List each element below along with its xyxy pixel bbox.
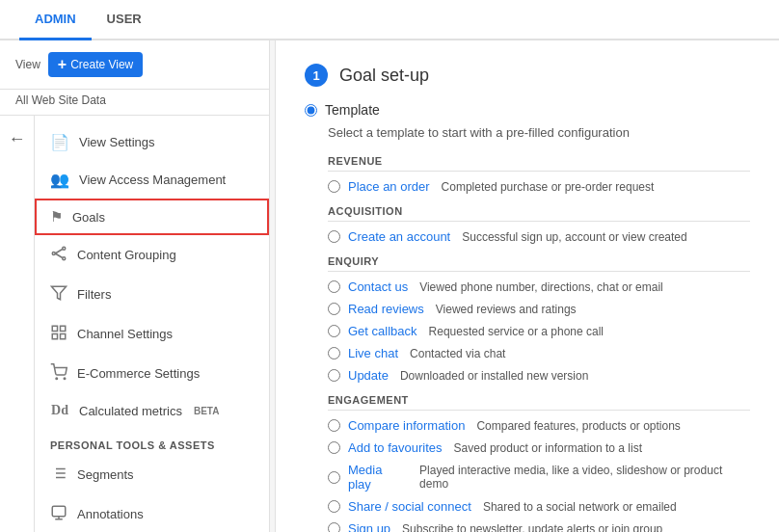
goal-live-chat: Live chat Contacted via chat bbox=[328, 346, 750, 360]
category-revenue: REVENUE Place an order Completed purchas… bbox=[328, 155, 750, 194]
grid-icon bbox=[50, 324, 67, 344]
svg-point-11 bbox=[64, 378, 66, 380]
goal-name[interactable]: Media play bbox=[348, 463, 408, 492]
category-label-enquiry: ENQUIRY bbox=[328, 255, 750, 272]
goal-desc: Requested service or a phone call bbox=[429, 325, 604, 338]
sidebar-item-label: Filters bbox=[77, 287, 111, 302]
segments-icon bbox=[50, 465, 67, 485]
sidebar-item-channel-settings[interactable]: Channel Settings bbox=[35, 314, 269, 354]
svg-rect-9 bbox=[61, 334, 66, 339]
svg-point-10 bbox=[56, 378, 58, 380]
goal-desc: Successful sign up, account or view crea… bbox=[462, 230, 686, 244]
flag-icon: ⚑ bbox=[50, 208, 63, 226]
goal-place-order-radio[interactable] bbox=[328, 180, 340, 193]
sidebar-item-segments[interactable]: Segments bbox=[35, 455, 269, 494]
people-icon: 👥 bbox=[50, 171, 69, 189]
top-nav: ADMIN USER bbox=[0, 0, 779, 40]
goal-contact-us: Contact us Viewed phone number, directio… bbox=[328, 279, 750, 294]
goal-get-callback-radio[interactable] bbox=[328, 325, 340, 337]
svg-point-1 bbox=[63, 247, 66, 250]
svg-line-4 bbox=[55, 253, 63, 258]
goal-sign-up-radio[interactable] bbox=[328, 522, 340, 532]
goal-compare-information-radio[interactable] bbox=[328, 419, 340, 432]
sidebar-item-content-grouping[interactable]: Content Grouping bbox=[35, 235, 269, 275]
sidebar-item-filters[interactable]: Filters bbox=[35, 275, 269, 314]
svg-marker-5 bbox=[52, 286, 67, 300]
goal-name[interactable]: Get callback bbox=[348, 324, 417, 338]
category-label-engagement: ENGAGEMENT bbox=[328, 394, 750, 411]
goal-name[interactable]: Live chat bbox=[348, 346, 398, 360]
goal-share-social: Share / social connect Shared to a socia… bbox=[328, 499, 750, 514]
goal-read-reviews-radio[interactable] bbox=[328, 303, 340, 315]
sidebar-item-label: Segments bbox=[77, 467, 134, 482]
sidebar-item-view-settings[interactable]: 📄 View Settings bbox=[35, 123, 269, 161]
goal-desc: Viewed phone number, directions, chat or… bbox=[419, 280, 663, 294]
tab-user[interactable]: USER bbox=[92, 0, 157, 39]
goal-media-play: Media play Played interactive media, lik… bbox=[328, 463, 750, 492]
goal-name[interactable]: Compare information bbox=[348, 418, 465, 433]
goal-update-radio[interactable] bbox=[328, 369, 340, 382]
goal-name[interactable]: Read reviews bbox=[348, 302, 424, 316]
site-name: All Web Site Data bbox=[0, 90, 269, 116]
step-title: Goal set-up bbox=[339, 66, 429, 86]
goal-desc: Played interactive media, like a video, … bbox=[419, 464, 750, 491]
annotations-icon bbox=[50, 504, 67, 524]
goal-live-chat-radio[interactable] bbox=[328, 347, 340, 359]
dd-icon: Dd bbox=[50, 403, 69, 418]
goal-name[interactable]: Contact us bbox=[348, 279, 408, 294]
step-circle: 1 bbox=[305, 64, 328, 87]
category-enquiry: ENQUIRY Contact us Viewed phone number, … bbox=[328, 255, 750, 383]
svg-point-2 bbox=[63, 257, 66, 260]
sidebar-item-label: E-Commerce Settings bbox=[77, 366, 200, 381]
goal-create-account-radio[interactable] bbox=[328, 230, 340, 243]
svg-rect-18 bbox=[52, 506, 66, 517]
view-label: View bbox=[15, 58, 40, 71]
sidebar-item-label: Goals bbox=[72, 210, 105, 225]
goal-desc: Shared to a social network or emailed bbox=[483, 500, 677, 514]
goal-desc: Subscribe to newsletter, update alerts o… bbox=[402, 522, 662, 533]
goal-desc: Completed purchase or pre-order request bbox=[442, 180, 655, 194]
goal-desc: Saved product or information to a list bbox=[454, 441, 642, 455]
goal-sign-up: Sign up Subscribe to newsletter, update … bbox=[328, 521, 750, 532]
sidebar-item-label: View Access Management bbox=[79, 173, 226, 187]
svg-line-3 bbox=[55, 250, 63, 254]
goal-place-order: Place an order Completed purchase or pre… bbox=[328, 179, 750, 194]
goal-add-to-favourites-radio[interactable] bbox=[328, 441, 340, 454]
template-desc: Select a template to start with a pre-fi… bbox=[328, 125, 750, 140]
sidebar-item-goals[interactable]: ⚑ Goals bbox=[35, 199, 269, 235]
goal-name[interactable]: Place an order bbox=[348, 179, 430, 194]
create-view-button[interactable]: + Create View bbox=[48, 52, 144, 77]
goal-name[interactable]: Create an account bbox=[348, 229, 450, 244]
sidebar-item-label: Annotations bbox=[77, 507, 144, 521]
template-label[interactable]: Template bbox=[325, 102, 380, 118]
goal-name[interactable]: Share / social connect bbox=[348, 499, 471, 514]
goal-name[interactable]: Add to favourites bbox=[348, 440, 443, 455]
svg-rect-7 bbox=[61, 326, 66, 331]
sidebar-item-annotations[interactable]: Annotations bbox=[35, 494, 269, 532]
goal-name[interactable]: Sign up bbox=[348, 521, 390, 532]
goal-share-social-radio[interactable] bbox=[328, 500, 340, 513]
category-engagement: ENGAGEMENT Compare information Compared … bbox=[328, 394, 750, 532]
category-label-acquisition: ACQUISITION bbox=[328, 205, 750, 222]
template-radio[interactable] bbox=[305, 104, 317, 117]
sidebar-item-view-access-management[interactable]: 👥 View Access Management bbox=[35, 161, 269, 199]
svg-rect-8 bbox=[52, 334, 57, 339]
goal-media-play-radio[interactable] bbox=[328, 471, 340, 484]
tab-admin[interactable]: ADMIN bbox=[19, 0, 92, 40]
personal-section-label: PERSONAL TOOLS & ASSETS bbox=[35, 428, 269, 455]
sidebar-item-label: View Settings bbox=[79, 135, 155, 149]
goal-compare-information: Compare information Compared features, p… bbox=[328, 418, 750, 433]
sidebar-item-ecommerce-settings[interactable]: E-Commerce Settings bbox=[35, 354, 269, 393]
category-label-revenue: REVENUE bbox=[328, 155, 750, 172]
goal-name[interactable]: Update bbox=[348, 368, 389, 383]
sidebar-item-calculated-metrics[interactable]: Dd Calculated metrics BETA bbox=[35, 393, 269, 428]
goal-create-account: Create an account Successful sign up, ac… bbox=[328, 229, 750, 244]
back-button[interactable]: ← bbox=[9, 129, 26, 149]
svg-point-0 bbox=[52, 253, 55, 255]
goal-update: Update Downloaded or installed new versi… bbox=[328, 368, 750, 383]
hierarchy-icon bbox=[50, 245, 67, 265]
goal-contact-us-radio[interactable] bbox=[328, 280, 340, 293]
goal-add-to-favourites: Add to favourites Saved product or infor… bbox=[328, 440, 750, 455]
doc-icon: 📄 bbox=[50, 133, 69, 151]
sidebar-item-label: Channel Settings bbox=[77, 327, 173, 341]
